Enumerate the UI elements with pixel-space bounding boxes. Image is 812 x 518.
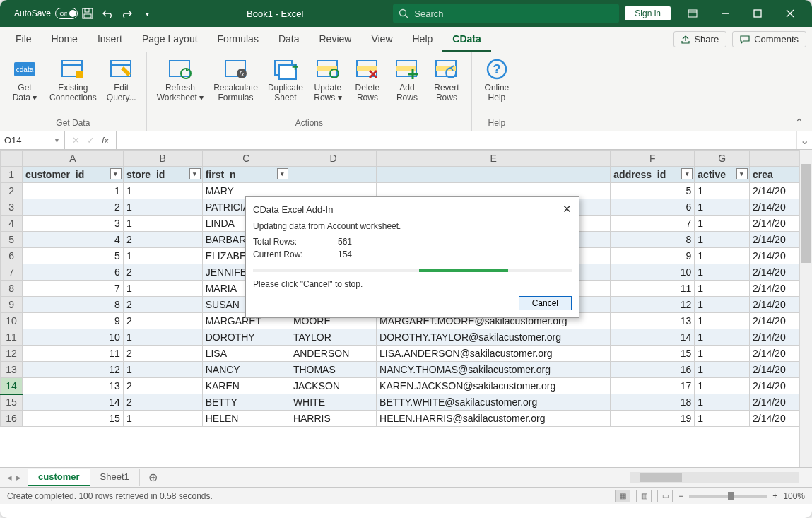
cell[interactable]: 1	[123, 281, 202, 297]
cell[interactable]: HELEN	[202, 411, 290, 427]
customize-qat-icon[interactable]: ▾	[137, 4, 157, 23]
tab-cdata[interactable]: CData	[442, 28, 490, 52]
col-header[interactable]: C	[202, 151, 290, 167]
cancel-formula-icon[interactable]: ✕	[72, 135, 80, 146]
cell[interactable]: 2	[123, 378, 202, 394]
cell[interactable]: DOROTHY.TAYLOR@sakilacustomer.org	[377, 329, 611, 346]
table-header[interactable]: address_id▾	[611, 167, 695, 183]
cancel-button[interactable]: Cancel	[519, 296, 572, 310]
undo-icon[interactable]	[98, 4, 117, 23]
row-header[interactable]: 6	[1, 248, 23, 264]
cell[interactable]: TAYLOR	[290, 329, 376, 346]
cell[interactable]: WHITE	[290, 394, 376, 411]
autosave-toggle[interactable]: AutoSave Off	[14, 8, 78, 19]
name-box[interactable]: O14▼	[0, 131, 65, 149]
cell[interactable]: 1	[123, 362, 202, 378]
cell[interactable]: 3	[23, 216, 124, 232]
tab-help[interactable]: Help	[403, 28, 443, 52]
cell[interactable]: 15	[23, 411, 124, 427]
row-header[interactable]: 16	[1, 411, 23, 427]
cell[interactable]: NANCY.THOMAS@sakilacustomer.org	[377, 362, 611, 378]
cell[interactable]: 1	[695, 329, 750, 346]
cell[interactable]: 1	[695, 362, 750, 378]
new-sheet-button[interactable]: ⊕	[140, 471, 166, 484]
cell[interactable]: 9	[23, 313, 124, 329]
cell[interactable]: 5	[611, 183, 695, 199]
cell[interactable]: THOMAS	[290, 362, 376, 378]
col-header[interactable]: G	[695, 151, 750, 167]
page-layout-view-icon[interactable]: ▥	[636, 490, 652, 502]
row-header[interactable]: 13	[1, 362, 23, 378]
cell[interactable]: 11	[23, 346, 124, 362]
table-header[interactable]: store_id▾	[123, 167, 202, 183]
cell[interactable]: 16	[611, 362, 695, 378]
col-header[interactable]: A	[23, 151, 124, 167]
row-header[interactable]: 2	[1, 183, 23, 199]
cell[interactable]: 1	[123, 216, 202, 232]
cell[interactable]: 7	[23, 281, 124, 297]
col-header[interactable]: E	[377, 151, 611, 167]
cell[interactable]: 1	[695, 281, 750, 297]
cell[interactable]: DOROTHY	[202, 329, 290, 346]
cell[interactable]: KAREN	[202, 378, 290, 394]
row-header[interactable]: 4	[1, 216, 23, 232]
cell[interactable]: 1	[695, 264, 750, 281]
save-icon[interactable]	[78, 4, 98, 23]
cell[interactable]: 15	[611, 346, 695, 362]
horizontal-scrollbar[interactable]	[630, 472, 799, 483]
sheet-tab-customer[interactable]: customer	[28, 469, 90, 486]
cell[interactable]: 1	[695, 232, 750, 248]
delete-rows-button[interactable]: DeleteRows	[348, 55, 387, 118]
cell[interactable]: 1	[123, 183, 202, 199]
cell[interactable]: 1	[695, 297, 750, 313]
cell[interactable]: 11	[611, 281, 695, 297]
tab-view[interactable]: View	[361, 28, 402, 52]
cell[interactable]: 12	[611, 297, 695, 313]
cell[interactable]: 2	[23, 199, 124, 216]
zoom-out-icon[interactable]: −	[678, 491, 683, 501]
close-icon[interactable]	[774, 0, 806, 27]
zoom-in-icon[interactable]: +	[772, 491, 777, 501]
row-header[interactable]: 8	[1, 281, 23, 297]
filter-icon[interactable]: ▾	[736, 168, 748, 179]
expand-formula-icon[interactable]: ⌄	[796, 131, 812, 149]
row-header[interactable]: 5	[1, 232, 23, 248]
maximize-icon[interactable]	[741, 0, 774, 27]
cell[interactable]: 4	[23, 232, 124, 248]
update-rows-button[interactable]: UpdateRows ▾	[309, 55, 347, 118]
comments-button[interactable]: Comments	[732, 31, 806, 47]
cell[interactable]: 5	[23, 248, 124, 264]
minimize-icon[interactable]	[709, 0, 741, 27]
cell[interactable]: 1	[695, 199, 750, 216]
redo-icon[interactable]	[117, 4, 137, 23]
cell[interactable]: 1	[695, 411, 750, 427]
cell[interactable]: 2	[123, 232, 202, 248]
tab-data[interactable]: Data	[269, 28, 310, 52]
sheet-tab-sheet1[interactable]: Sheet1	[90, 469, 140, 486]
revert-rows-button[interactable]: RevertRows	[428, 55, 466, 118]
col-header[interactable]: D	[290, 151, 376, 167]
dialog-close-icon[interactable]: ✕	[563, 203, 572, 216]
filter-icon[interactable]: ▾	[189, 168, 201, 179]
cell[interactable]: 18	[611, 394, 695, 411]
row-header[interactable]: 3	[1, 199, 23, 216]
cell[interactable]: 1	[695, 313, 750, 329]
cell[interactable]: 1	[123, 411, 202, 427]
tab-insert[interactable]: Insert	[88, 28, 132, 52]
cell[interactable]: 10	[23, 329, 124, 346]
online-help-button[interactable]: ?OnlineHelp	[478, 55, 516, 118]
table-header[interactable]: active▾	[695, 167, 750, 183]
signin-button[interactable]: Sign in	[625, 6, 671, 20]
vertical-scrollbar[interactable]	[799, 150, 812, 467]
cell[interactable]: 10	[611, 264, 695, 281]
normal-view-icon[interactable]: ▦	[615, 490, 630, 502]
row-header[interactable]: 11	[1, 329, 23, 346]
cell[interactable]: 1	[123, 248, 202, 264]
cell[interactable]: ANDERSON	[290, 346, 376, 362]
cell[interactable]: BETTY.WHITE@sakilacustomer.org	[377, 394, 611, 411]
cell[interactable]: 12	[23, 362, 124, 378]
tab-nav-prev-icon[interactable]: ◂	[7, 472, 12, 483]
ribbon-mode-icon[interactable]	[676, 0, 709, 27]
cell[interactable]: JACKSON	[290, 378, 376, 394]
cell[interactable]: 7	[611, 216, 695, 232]
